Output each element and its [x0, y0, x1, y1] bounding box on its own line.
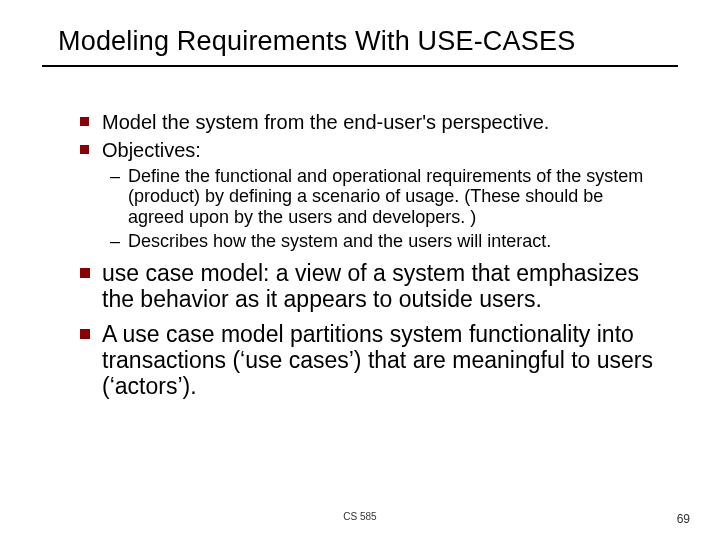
content-area: Model the system from the end-user's per…: [64, 111, 670, 400]
bullet-list-level2: Define the functional and operational re…: [102, 166, 662, 251]
footer-course: CS 585: [0, 511, 720, 522]
bullet-item: Objectives: Define the functional and op…: [80, 139, 662, 251]
sub-bullet-item: Describes how the system and the users w…: [110, 231, 662, 251]
bullet-item: use case model: a view of a system that …: [80, 261, 662, 313]
bullet-text: Objectives:: [102, 139, 201, 161]
bullet-item: A use case model partitions system funct…: [80, 322, 662, 399]
bullet-list-level1: Model the system from the end-user's per…: [80, 111, 662, 400]
slide-title: Modeling Requirements With USE-CASES: [58, 26, 670, 65]
sub-bullet-item: Define the functional and operational re…: [110, 166, 662, 226]
bullet-item: Model the system from the end-user's per…: [80, 111, 662, 135]
slide: Modeling Requirements With USE-CASES Mod…: [0, 0, 720, 400]
divider: [42, 65, 678, 67]
footer-page-number: 69: [677, 512, 690, 526]
